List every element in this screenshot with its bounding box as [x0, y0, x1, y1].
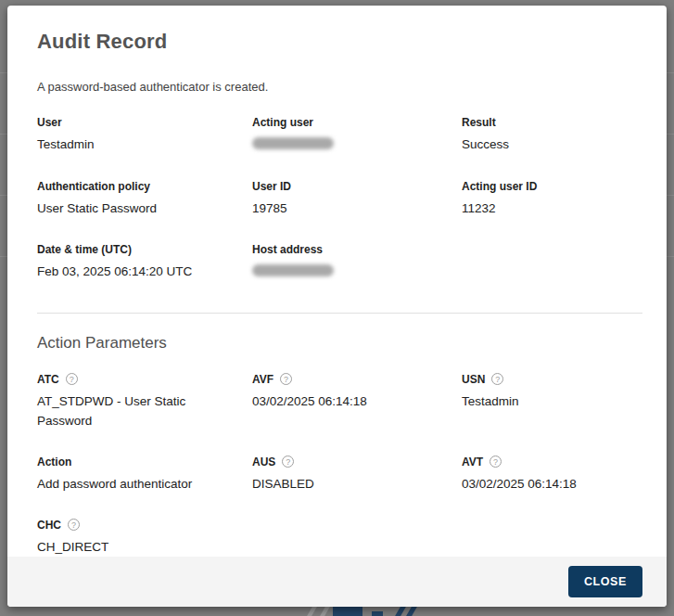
audit-record-dialog: Audit Record A password-based authentica…	[7, 6, 667, 607]
help-icon[interactable]: ?	[490, 456, 502, 468]
background-page-fragment	[333, 607, 362, 616]
dialog-description: A password-based authenticator is create…	[37, 80, 642, 94]
dialog-footer: CLOSE	[7, 557, 667, 607]
field-label-text: CHC	[37, 519, 61, 532]
field-label-text: AVF	[252, 373, 273, 386]
field-atc: ATC?AT_STDPWD - User Static Password	[37, 373, 252, 431]
help-icon[interactable]: ?	[282, 456, 294, 468]
field-authentication-policy: Authentication policyUser Static Passwor…	[37, 180, 252, 219]
help-icon[interactable]: ?	[68, 519, 80, 531]
help-icon[interactable]: ?	[66, 373, 78, 385]
field-label: ATC?	[37, 373, 252, 386]
background-page-fragment	[320, 607, 330, 616]
field-date-time-utc-: Date & time (UTC)Feb 03, 2025 06:14:20 U…	[37, 243, 252, 283]
redacted-value	[252, 264, 334, 276]
field-label: AVF?	[252, 373, 462, 386]
background-page-fragment	[406, 607, 417, 616]
background-page-fragment	[307, 607, 317, 616]
field-avt: AVT?03/02/2025 06:14:18	[462, 456, 642, 494]
field-label: Result	[462, 116, 642, 129]
field-value: DISABLED	[252, 475, 462, 494]
field-label: Acting user	[252, 116, 462, 129]
close-button[interactable]: CLOSE	[568, 566, 642, 597]
field-label: AVT?	[462, 456, 642, 468]
field-value: Testadmin	[462, 392, 642, 412]
action-parameters-heading: Action Parameters	[37, 334, 642, 353]
field-label: Authentication policy	[37, 180, 252, 193]
dialog-content: Audit Record A password-based authentica…	[7, 6, 667, 557]
field-result: ResultSuccess	[462, 116, 642, 156]
field-label: AUS?	[252, 456, 462, 468]
field-value: 03/02/2025 06:14:18	[462, 475, 642, 494]
field-value	[252, 263, 462, 283]
field-label: Date & time (UTC)	[37, 243, 252, 256]
field-label-text: User ID	[252, 180, 291, 193]
field-value: User Static Password	[37, 199, 252, 219]
field-label: Action	[37, 456, 252, 468]
field-label-text: Acting user ID	[462, 180, 537, 193]
field-label-text: Action	[37, 456, 71, 468]
audit-info-grid: UserTestadminActing userResultSuccessAut…	[37, 116, 642, 283]
field-label: User	[37, 116, 252, 129]
field-value: Add password authenticator	[37, 475, 252, 494]
field-user-id: User ID19785	[252, 180, 462, 219]
field-label-text: AVT	[462, 456, 483, 468]
field-action: ActionAdd password authenticator	[37, 456, 252, 494]
help-icon[interactable]: ?	[280, 373, 292, 385]
field-label-text: User	[37, 116, 62, 129]
field-acting-user: Acting user	[252, 116, 462, 156]
field-value: 03/02/2025 06:14:18	[252, 392, 462, 412]
field-user: UserTestadmin	[37, 116, 252, 156]
dialog-title: Audit Record	[37, 30, 642, 54]
field-value: Success	[462, 135, 642, 155]
field-value: Feb 03, 2025 06:14:20 UTC	[37, 263, 252, 282]
field-label: Host address	[252, 243, 462, 256]
field-value: CH_DIRECT	[37, 538, 252, 558]
field-label-text: Host address	[252, 243, 323, 256]
field-label: CHC?	[37, 519, 252, 532]
field-label-text: Authentication policy	[37, 180, 150, 193]
field-value: AT_STDPWD - User Static Password	[37, 392, 252, 431]
field-label-text: Date & time (UTC)	[37, 243, 132, 256]
field-acting-user-id: Acting user ID11232	[462, 180, 642, 219]
field-value: Testadmin	[37, 135, 252, 155]
field-label-text: USN	[462, 373, 485, 386]
field-label-text: AUS	[252, 456, 275, 468]
field-value	[252, 135, 462, 156]
field-chc: CHC?CH_DIRECT	[37, 519, 252, 558]
field-label: User ID	[252, 180, 462, 193]
field-avf: AVF?03/02/2025 06:14:18	[252, 373, 462, 431]
field-label-text: Acting user	[252, 116, 313, 129]
background-page-fragment	[372, 611, 383, 616]
field-value: 19785	[252, 199, 462, 219]
field-aus: AUS?DISABLED	[252, 456, 462, 494]
field-label: Acting user ID	[462, 180, 642, 193]
section-divider	[37, 313, 642, 314]
background-page-fragment	[395, 607, 406, 616]
field-label-text: ATC	[37, 373, 59, 386]
field-usn: USN?Testadmin	[462, 373, 642, 431]
field-value: 11232	[462, 199, 642, 219]
field-label-text: Result	[462, 116, 496, 129]
redacted-value	[252, 137, 334, 149]
field-host-address: Host address	[252, 243, 462, 283]
help-icon[interactable]: ?	[491, 373, 503, 385]
action-parameters-grid: ATC?AT_STDPWD - User Static PasswordAVF?…	[37, 373, 642, 558]
field-label: USN?	[462, 373, 642, 386]
